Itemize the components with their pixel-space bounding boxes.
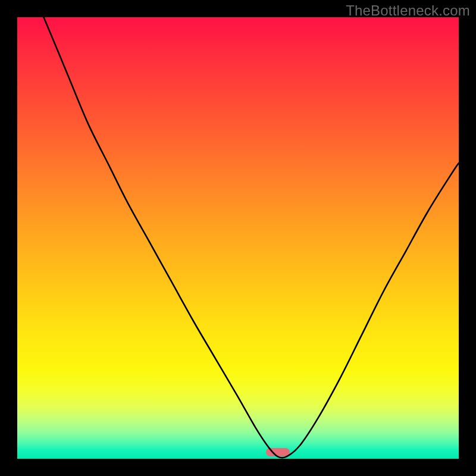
curve-path (44, 17, 459, 458)
watermark-text: TheBottleneck.com (346, 2, 470, 19)
chart-frame: TheBottleneck.com (0, 0, 476, 476)
plot-area (17, 17, 459, 459)
bottleneck-curve (17, 17, 459, 459)
